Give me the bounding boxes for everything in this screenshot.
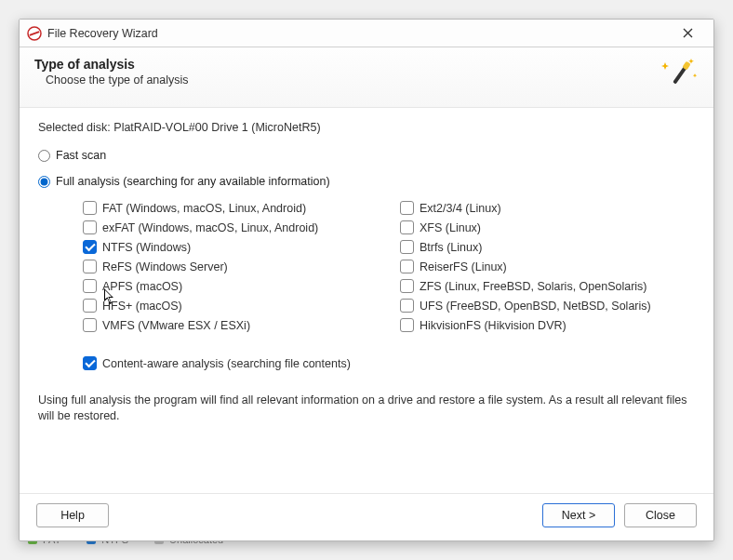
fs-checkbox-reiser[interactable]: ReiserFS (Linux): [400, 260, 695, 273]
fs-label-hikfs: HikvisionFS (Hikvision DVR): [420, 319, 566, 332]
fast-scan-radio[interactable]: Fast scan: [38, 149, 695, 162]
fs-label-ntfs: NTFS (Windows): [102, 241, 191, 254]
fs-checkbox-zfs[interactable]: ZFS (Linux, FreeBSD, Solaris, OpenSolari…: [400, 279, 695, 293]
wizard-header: Type of analysis Choose the type of anal…: [20, 47, 713, 108]
fs-checkbox-hfsp[interactable]: HFS+ (macOS): [83, 299, 378, 313]
fs-checkbox-input-refs[interactable]: [83, 260, 97, 273]
full-analysis-radio-input[interactable]: [38, 176, 50, 188]
wizard-footer: Help Next > Close: [20, 493, 713, 540]
page-heading: Type of analysis: [34, 57, 648, 72]
app-icon: [27, 26, 42, 41]
fs-label-vmfs: VMFS (VMware ESX / ESXi): [102, 319, 250, 332]
fs-label-apfs: APFS (macOS): [102, 280, 182, 293]
fast-scan-radio-input[interactable]: [38, 150, 50, 162]
fs-label-ext: Ext2/3/4 (Linux): [420, 202, 501, 215]
fast-scan-label: Fast scan: [56, 149, 106, 162]
content-aware-checkbox-input[interactable]: [83, 356, 97, 370]
fs-label-fat: FAT (Windows, macOS, Linux, Android): [102, 202, 306, 215]
fs-checkbox-exfat[interactable]: exFAT (Windows, macOS, Linux, Android): [83, 220, 378, 234]
fs-checkbox-input-ntfs[interactable]: [83, 240, 97, 254]
help-button[interactable]: Help: [36, 503, 109, 527]
fs-checkbox-input-xfs[interactable]: [400, 220, 414, 234]
fs-checkbox-input-zfs[interactable]: [400, 279, 414, 293]
page-subheading: Choose the type of analysis: [46, 73, 648, 87]
fs-label-hfsp: HFS+ (macOS): [102, 300, 182, 313]
wizard-icon: [660, 57, 699, 96]
fs-label-ufs: UFS (FreeBSD, OpenBSD, NetBSD, Solaris): [420, 300, 651, 313]
filesystem-grid: FAT (Windows, macOS, Linux, Android)Ext2…: [83, 201, 695, 332]
selected-disk-line: Selected disk: PlatRAID-VOL#00 Drive 1 (…: [38, 121, 695, 134]
fs-checkbox-refs[interactable]: ReFS (Windows Server): [83, 260, 378, 273]
svg-marker-4: [661, 62, 669, 70]
close-button[interactable]: Close: [624, 503, 697, 527]
svg-marker-6: [693, 73, 697, 77]
content-aware-label: Content-aware analysis (searching file c…: [102, 357, 351, 370]
fs-checkbox-ntfs[interactable]: NTFS (Windows): [83, 240, 378, 254]
file-recovery-wizard-dialog: File Recovery Wizard Type of analysis Ch…: [19, 19, 714, 541]
close-window-button[interactable]: [669, 20, 706, 47]
fs-label-xfs: XFS (Linux): [420, 221, 481, 234]
fs-label-btrfs: Btrfs (Linux): [420, 241, 482, 254]
fs-label-reiser: ReiserFS (Linux): [420, 260, 507, 273]
fs-checkbox-apfs[interactable]: APFS (macOS): [83, 279, 378, 293]
content-aware-checkbox[interactable]: Content-aware analysis (searching file c…: [83, 356, 695, 370]
fs-checkbox-vmfs[interactable]: VMFS (VMware ESX / ESXi): [83, 318, 378, 332]
full-analysis-label: Full analysis (searching for any availab…: [56, 175, 330, 188]
fs-checkbox-input-fat[interactable]: [83, 201, 97, 215]
fs-checkbox-btrfs[interactable]: Btrfs (Linux): [400, 240, 695, 254]
fs-checkbox-input-hfsp[interactable]: [83, 299, 97, 313]
fs-checkbox-input-hikfs[interactable]: [400, 318, 414, 332]
fs-checkbox-xfs[interactable]: XFS (Linux): [400, 220, 695, 234]
fs-checkbox-ext[interactable]: Ext2/3/4 (Linux): [400, 201, 695, 215]
fs-checkbox-ufs[interactable]: UFS (FreeBSD, OpenBSD, NetBSD, Solaris): [400, 299, 695, 313]
fs-checkbox-input-btrfs[interactable]: [400, 240, 414, 254]
next-button[interactable]: Next >: [542, 503, 615, 527]
wizard-body: Selected disk: PlatRAID-VOL#00 Drive 1 (…: [20, 108, 713, 493]
window-title: File Recovery Wizard: [47, 27, 669, 40]
fs-checkbox-input-reiser[interactable]: [400, 260, 414, 273]
fs-checkbox-input-apfs[interactable]: [83, 279, 97, 293]
explain-text: Using full analysis the program will fin…: [38, 393, 695, 424]
fs-checkbox-input-vmfs[interactable]: [83, 318, 97, 332]
fs-checkbox-fat[interactable]: FAT (Windows, macOS, Linux, Android): [83, 201, 378, 215]
full-analysis-radio[interactable]: Full analysis (searching for any availab…: [38, 175, 695, 188]
fs-label-exfat: exFAT (Windows, macOS, Linux, Android): [102, 221, 318, 234]
titlebar: File Recovery Wizard: [20, 20, 713, 47]
fs-checkbox-input-exfat[interactable]: [83, 220, 97, 234]
fs-label-refs: ReFS (Windows Server): [102, 260, 228, 273]
fs-checkbox-input-ufs[interactable]: [400, 299, 414, 313]
fs-checkbox-hikfs[interactable]: HikvisionFS (Hikvision DVR): [400, 318, 695, 332]
fs-label-zfs: ZFS (Linux, FreeBSD, Solaris, OpenSolari…: [420, 280, 647, 293]
fs-checkbox-input-ext[interactable]: [400, 201, 414, 215]
